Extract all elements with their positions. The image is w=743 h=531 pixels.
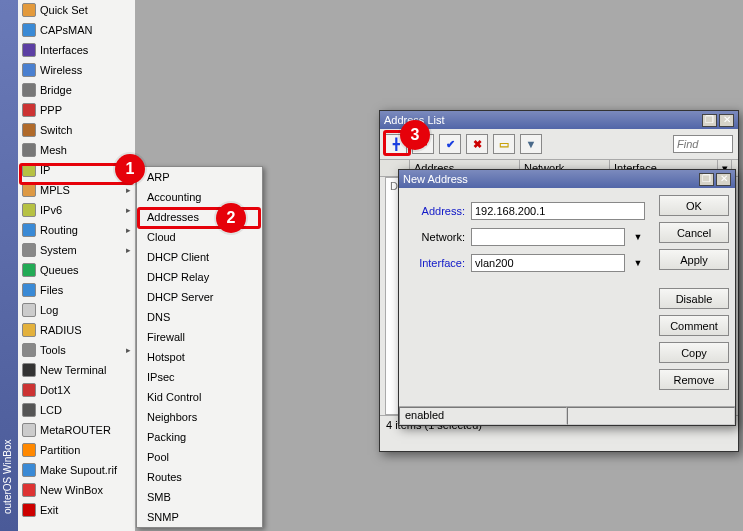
disable-button[interactable]: ✖ [466,134,488,154]
comment-button[interactable]: Comment [659,315,729,336]
label-address[interactable]: Address: [407,205,465,217]
submenu-item-ipsec[interactable]: IPsec [137,367,262,387]
menu-icon [22,183,36,197]
sidebar-item-log[interactable]: Log [18,300,135,320]
sidebar-item-tools[interactable]: Tools▸ [18,340,135,360]
sidebar-item-wireless[interactable]: Wireless [18,60,135,80]
comment-button[interactable]: ▭ [493,134,515,154]
titlebar-address-list[interactable]: Address List ❐ ✕ [380,111,738,129]
status-enabled: enabled [399,407,567,425]
disable-button[interactable]: Disable [659,288,729,309]
cancel-button[interactable]: Cancel [659,222,729,243]
close-icon[interactable]: ✕ [716,173,731,186]
chevron-right-icon: ▸ [126,245,131,255]
ok-button[interactable]: OK [659,195,729,216]
interface-field[interactable] [471,254,625,272]
sidebar-item-exit[interactable]: Exit [18,500,135,520]
sidebar-item-radius[interactable]: RADIUS [18,320,135,340]
restore-icon[interactable]: ❐ [699,173,714,186]
sidebar-item-new-winbox[interactable]: New WinBox [18,480,135,500]
chevron-down-icon[interactable]: ▼ [631,254,645,272]
callout-2: 2 [216,203,246,233]
sidebar-item-interfaces[interactable]: Interfaces [18,40,135,60]
menu-icon [22,63,36,77]
status-empty [567,407,735,425]
submenu-item-pool[interactable]: Pool [137,447,262,467]
sidebar-item-switch[interactable]: Switch [18,120,135,140]
menu-icon [22,443,36,457]
submenu-item-routes[interactable]: Routes [137,467,262,487]
menu-icon [22,123,36,137]
sidebar-item-mpls[interactable]: MPLS▸ [18,180,135,200]
apply-button[interactable]: Apply [659,249,729,270]
sidebar-item-new-terminal[interactable]: New Terminal [18,360,135,380]
menu-icon [22,403,36,417]
submenu-item-dhcp-relay[interactable]: DHCP Relay [137,267,262,287]
sidebar-item-quick-set[interactable]: Quick Set [18,0,135,20]
sidebar-item-label: Dot1X [40,384,71,396]
label-interface[interactable]: Interface: [407,257,465,269]
submenu-item-firewall[interactable]: Firewall [137,327,262,347]
submenu-item-snmp[interactable]: SNMP [137,507,262,527]
sidebar-item-system[interactable]: System▸ [18,240,135,260]
submenu-item-smb[interactable]: SMB [137,487,262,507]
dialog-buttons: OKCancelApplyDisableCommentCopyRemove [653,188,735,406]
callout-3: 3 [400,120,430,150]
chevron-down-icon[interactable]: ▼ [631,228,645,246]
submenu-item-hotspot[interactable]: Hotspot [137,347,262,367]
menu-icon [22,43,36,57]
sidebar-item-mesh[interactable]: Mesh [18,140,135,160]
sidebar-item-partition[interactable]: Partition [18,440,135,460]
restore-icon[interactable]: ❐ [702,114,717,127]
remove-button[interactable]: Remove [659,369,729,390]
filter-button[interactable]: ▼ [520,134,542,154]
submenu-item-kid-control[interactable]: Kid Control [137,387,262,407]
submenu-item-dhcp-client[interactable]: DHCP Client [137,247,262,267]
menu-icon [22,303,36,317]
sidebar-item-label: IPv6 [40,204,62,216]
copy-button[interactable]: Copy [659,342,729,363]
menu-icon [22,83,36,97]
sidebar-item-label: Queues [40,264,79,276]
dialog-title: New Address [403,173,468,185]
enable-button[interactable]: ✔ [439,134,461,154]
sidebar-item-label: System [40,244,77,256]
sidebar-item-bridge[interactable]: Bridge [18,80,135,100]
submenu-item-accounting[interactable]: Accounting [137,187,262,207]
menu-icon [22,423,36,437]
chevron-right-icon: ▸ [126,345,131,355]
submenu-item-dhcp-server[interactable]: DHCP Server [137,287,262,307]
plus-icon: ╋ [393,138,400,151]
submenu-item-neighbors[interactable]: Neighbors [137,407,262,427]
network-field[interactable] [471,228,625,246]
sidebar-item-metarouter[interactable]: MetaROUTER [18,420,135,440]
submenu-item-dns[interactable]: DNS [137,307,262,327]
find-input[interactable] [673,135,733,153]
sidebar-item-capsman[interactable]: CAPsMAN [18,20,135,40]
sidebar-item-label: Files [40,284,63,296]
submenu-item-cloud[interactable]: Cloud [137,227,262,247]
address-field[interactable] [471,202,645,220]
sidebar-item-dot1x[interactable]: Dot1X [18,380,135,400]
menu-icon [22,23,36,37]
sidebar-item-queues[interactable]: Queues [18,260,135,280]
sidebar-item-lcd[interactable]: LCD [18,400,135,420]
sidebar-item-make-supout.rif[interactable]: Make Supout.rif [18,460,135,480]
submenu-item-arp[interactable]: ARP [137,167,262,187]
menu-icon [22,263,36,277]
sidebar-item-ppp[interactable]: PPP [18,100,135,120]
sidebar: Quick SetCAPsMANInterfacesWirelessBridge… [18,0,136,531]
sidebar-item-routing[interactable]: Routing▸ [18,220,135,240]
dialog-status-row: enabled [399,406,735,425]
chevron-right-icon: ▸ [126,205,131,215]
sidebar-item-files[interactable]: Files [18,280,135,300]
form-area: Address: Network: ▼ Interface: ▼ [399,188,653,406]
sidebar-item-ipv6[interactable]: IPv6▸ [18,200,135,220]
callout-1: 1 [115,154,145,184]
close-icon[interactable]: ✕ [719,114,734,127]
sidebar-item-label: CAPsMAN [40,24,93,36]
menu-icon [22,223,36,237]
submenu-item-packing[interactable]: Packing [137,427,262,447]
titlebar-new-address[interactable]: New Address ❐ ✕ [399,170,735,188]
funnel-icon: ▼ [526,138,537,150]
